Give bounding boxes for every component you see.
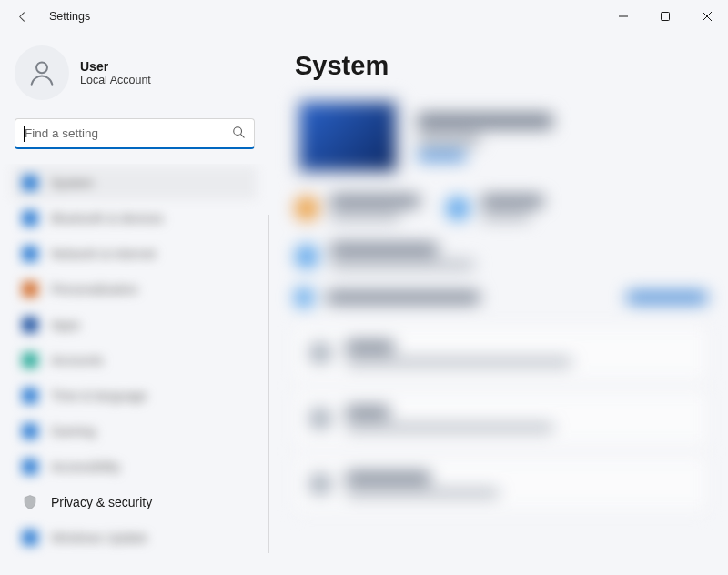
arrow-left-icon — [15, 10, 29, 24]
sidebar-item-time[interactable]: Time & language — [13, 379, 257, 412]
sidebar-item-label: Bluetooth & devices — [51, 211, 164, 226]
sidebar-item-gaming[interactable]: Gaming — [13, 415, 257, 448]
search-icon — [223, 126, 254, 142]
main-blurred-content — [295, 97, 708, 512]
back-button[interactable] — [7, 2, 36, 31]
shield-icon — [22, 494, 38, 510]
body: User Local Account System — [0, 33, 728, 575]
sidebar-item-windows-update[interactable]: Windows Update — [13, 521, 257, 554]
accessibility-icon — [22, 459, 38, 475]
sidebar-item-label: Time & language — [51, 388, 147, 403]
onedrive-icon — [446, 197, 470, 220]
status-item — [295, 238, 475, 274]
sidebar-item-label: Apps — [51, 318, 80, 332]
minimize-icon — [619, 12, 628, 21]
microsoft-365-icon — [295, 197, 318, 220]
windows-update-icon — [22, 530, 38, 546]
svg-point-1 — [36, 62, 47, 73]
avatar — [15, 45, 69, 100]
status-row — [295, 190, 708, 226]
network-icon — [22, 246, 38, 262]
sidebar-item-privacy-security[interactable]: Privacy & security — [13, 486, 257, 519]
settings-tile[interactable] — [295, 390, 708, 447]
sidebar-item-label: Windows Update — [51, 530, 147, 545]
accounts-icon — [22, 352, 38, 368]
minimize-button[interactable] — [602, 2, 644, 31]
close-icon — [703, 12, 712, 21]
titlebar: Settings — [0, 0, 728, 33]
sidebar-item-accessibility[interactable]: Accessibility — [13, 450, 257, 483]
svg-point-2 — [234, 126, 242, 135]
close-button[interactable] — [686, 2, 728, 31]
sidebar-item-accounts[interactable]: Accounts — [13, 344, 257, 377]
maximize-button[interactable] — [644, 2, 686, 31]
page-title: System — [295, 51, 708, 81]
apps-icon — [22, 317, 38, 333]
device-row — [295, 97, 708, 176]
sidebar-item-label: Personalization — [51, 282, 138, 297]
checkbox-icon — [295, 288, 313, 307]
profile-subtitle: Local Account — [80, 74, 151, 86]
sidebar-item-apps[interactable]: Apps — [13, 308, 257, 341]
sidebar-item-label: Accounts — [51, 353, 104, 368]
sound-icon — [310, 409, 330, 429]
sidebar-item-label: Network & internet — [51, 247, 156, 261]
user-icon — [26, 57, 57, 88]
time-icon — [22, 388, 38, 404]
sidebar-item-label: Gaming — [51, 424, 96, 439]
system-icon — [22, 175, 38, 191]
profile-block[interactable]: User Local Account — [0, 45, 269, 100]
sidebar-item-bluetooth[interactable]: Bluetooth & devices — [13, 202, 257, 235]
maximize-icon — [661, 12, 670, 21]
display-icon — [310, 343, 330, 363]
sidebar-item-system[interactable]: System — [13, 166, 257, 199]
window-controls — [602, 2, 728, 31]
profile-text: User Local Account — [80, 59, 151, 86]
search-box[interactable] — [15, 118, 255, 149]
nav: System Bluetooth & devices Network & int… — [0, 164, 269, 575]
status-item — [446, 190, 544, 226]
sidebar-item-label: Accessibility — [51, 459, 120, 474]
text-caret — [24, 126, 25, 142]
sidebar-item-label: System — [51, 176, 94, 190]
settings-tile[interactable] — [295, 325, 708, 381]
main-content: System — [269, 33, 728, 575]
profile-name: User — [80, 59, 151, 74]
sidebar-item-label: Privacy & security — [51, 495, 152, 509]
status-row — [295, 238, 708, 274]
window-title: Settings — [49, 10, 90, 23]
notifications-icon — [310, 474, 330, 494]
status-item — [295, 190, 420, 226]
device-image — [295, 97, 400, 176]
sidebar-item-personalization[interactable]: Personalization — [13, 273, 257, 306]
windows-update-icon — [295, 245, 318, 268]
sidebar: User Local Account System — [0, 33, 269, 575]
svg-rect-0 — [662, 13, 670, 21]
gaming-icon — [22, 423, 38, 439]
sidebar-item-network[interactable]: Network & internet — [13, 237, 257, 270]
settings-tile[interactable] — [295, 456, 708, 512]
bluetooth-icon — [22, 210, 38, 227]
personalization-icon — [22, 281, 38, 298]
search-input[interactable] — [15, 119, 223, 147]
